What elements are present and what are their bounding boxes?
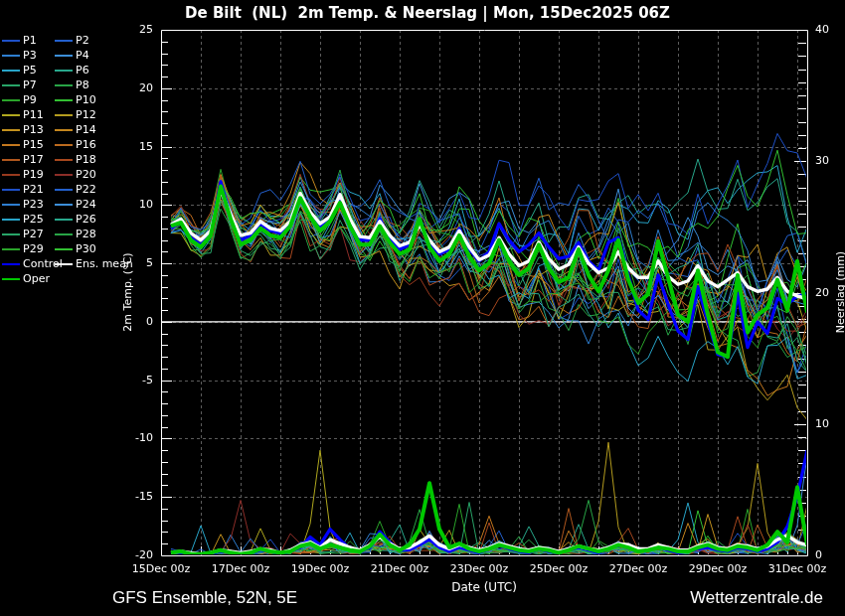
legend-line-swatch bbox=[55, 248, 73, 250]
legend-line-swatch bbox=[2, 70, 20, 72]
legend-item: P22 bbox=[55, 184, 96, 195]
y-left-tick-label: -15 bbox=[115, 490, 153, 503]
legend-item: P29 bbox=[2, 243, 55, 254]
legend-row: P7P8 bbox=[2, 77, 133, 92]
legend-line-swatch bbox=[2, 84, 20, 86]
legend-item: P14 bbox=[55, 124, 96, 135]
legend-item: P1 bbox=[2, 35, 55, 46]
legend-row: P23P24 bbox=[2, 197, 133, 212]
legend-line-swatch bbox=[55, 219, 73, 221]
legend-line-swatch bbox=[2, 278, 20, 280]
y-left-tick-label: 10 bbox=[115, 198, 153, 211]
x-tick-label: 27Dec 00z bbox=[598, 562, 678, 575]
x-tick-label: 23Dec 00z bbox=[439, 562, 519, 575]
x-tick-label: 29Dec 00z bbox=[678, 562, 758, 575]
legend-label: P11 bbox=[23, 109, 44, 120]
legend-label: P23 bbox=[23, 199, 44, 210]
legend-row: ControlEns. mean bbox=[2, 256, 133, 271]
y-right-axis-title: Neerslag (mm) bbox=[834, 251, 845, 333]
y-left-tick-label: 20 bbox=[115, 81, 153, 94]
legend-label: P4 bbox=[76, 50, 89, 61]
legend-line-swatch bbox=[55, 189, 73, 191]
legend-item: P12 bbox=[55, 109, 96, 120]
legend-label: P7 bbox=[23, 79, 37, 90]
legend: P1P2P3P4P5P6P7P8P9P10P11P12P13P14P15P16P… bbox=[2, 33, 133, 286]
legend-row: P17P18 bbox=[2, 152, 133, 167]
legend-label: P15 bbox=[23, 139, 44, 150]
legend-row: Oper bbox=[2, 271, 133, 286]
y-left-tick-label: -20 bbox=[115, 548, 153, 561]
legend-item: P28 bbox=[55, 229, 96, 239]
y-left-axis-title: 2m Temp. (°C) bbox=[121, 252, 134, 331]
legend-item: P21 bbox=[2, 184, 55, 195]
y-left-tick-label: 25 bbox=[115, 23, 153, 36]
legend-label: P12 bbox=[76, 109, 96, 120]
legend-label: P17 bbox=[23, 154, 44, 165]
legend-label: P20 bbox=[76, 169, 96, 180]
legend-label: P24 bbox=[76, 199, 96, 210]
legend-label: P26 bbox=[76, 214, 96, 225]
x-tick-label: 15Dec 00z bbox=[121, 562, 201, 575]
legend-line-swatch bbox=[55, 84, 73, 86]
legend-label: Oper bbox=[23, 273, 50, 284]
legend-line-swatch bbox=[55, 263, 73, 265]
legend-row: P5P6 bbox=[2, 63, 133, 77]
y-right-tick-label: 30 bbox=[815, 154, 845, 167]
footer-model-label: GFS Ensemble, 52N, 5E bbox=[112, 588, 297, 608]
legend-item: P18 bbox=[55, 154, 96, 165]
legend-label: P16 bbox=[76, 139, 96, 150]
legend-item: P30 bbox=[55, 243, 96, 254]
legend-item: P25 bbox=[2, 214, 55, 225]
legend-row: P9P10 bbox=[2, 92, 133, 107]
legend-item: P8 bbox=[55, 79, 89, 90]
y-right-tick-label: 40 bbox=[815, 23, 845, 36]
chart-title: De Bilt (NL) 2m Temp. & Neerslag | Mon, … bbox=[60, 4, 795, 22]
ensemble-chart-page: De Bilt (NL) 2m Temp. & Neerslag | Mon, … bbox=[0, 0, 845, 616]
legend-row: P19P20 bbox=[2, 167, 133, 182]
legend-line-swatch bbox=[55, 70, 73, 72]
y-left-tick-label: -5 bbox=[115, 374, 153, 386]
legend-line-swatch bbox=[55, 174, 73, 176]
legend-label: P1 bbox=[23, 35, 37, 46]
legend-row: P11P12 bbox=[2, 107, 133, 122]
legend-item: P24 bbox=[55, 199, 96, 210]
legend-label: P10 bbox=[76, 94, 96, 105]
legend-row: P27P28 bbox=[2, 227, 133, 241]
legend-item: P9 bbox=[2, 94, 55, 105]
legend-line-swatch bbox=[2, 174, 20, 176]
legend-item: P19 bbox=[2, 169, 55, 180]
legend-label: P2 bbox=[76, 35, 89, 46]
y-right-tick-label: 0 bbox=[815, 548, 845, 561]
legend-line-swatch bbox=[2, 219, 20, 221]
legend-line-swatch bbox=[2, 99, 20, 101]
legend-line-swatch bbox=[2, 189, 20, 191]
legend-item: P10 bbox=[55, 94, 96, 105]
legend-item: P4 bbox=[55, 50, 89, 61]
legend-row: P29P30 bbox=[2, 241, 133, 256]
legend-line-swatch bbox=[2, 129, 20, 131]
legend-line-swatch bbox=[2, 114, 20, 116]
legend-line-swatch bbox=[2, 144, 20, 146]
legend-label: P29 bbox=[23, 243, 44, 254]
legend-label: P3 bbox=[23, 50, 37, 61]
legend-item: P20 bbox=[55, 169, 96, 180]
legend-item: P26 bbox=[55, 214, 96, 225]
legend-item: P13 bbox=[2, 124, 55, 135]
legend-line-swatch bbox=[55, 114, 73, 116]
x-tick-label: 19Dec 00z bbox=[280, 562, 360, 575]
legend-line-swatch bbox=[55, 129, 73, 131]
x-tick-label: 17Dec 00z bbox=[201, 562, 280, 575]
legend-label: P22 bbox=[76, 184, 96, 195]
legend-item: Control bbox=[2, 258, 55, 269]
legend-line-swatch bbox=[55, 159, 73, 161]
legend-label: P27 bbox=[23, 229, 44, 239]
legend-item: P11 bbox=[2, 109, 55, 120]
legend-label: P6 bbox=[76, 65, 89, 76]
legend-label: P14 bbox=[76, 124, 96, 135]
legend-item: P27 bbox=[2, 229, 55, 239]
legend-label: P5 bbox=[23, 65, 37, 76]
legend-line-swatch bbox=[55, 40, 73, 42]
legend-item: P16 bbox=[55, 139, 96, 150]
legend-line-swatch bbox=[2, 159, 20, 161]
legend-label: P8 bbox=[76, 79, 89, 90]
